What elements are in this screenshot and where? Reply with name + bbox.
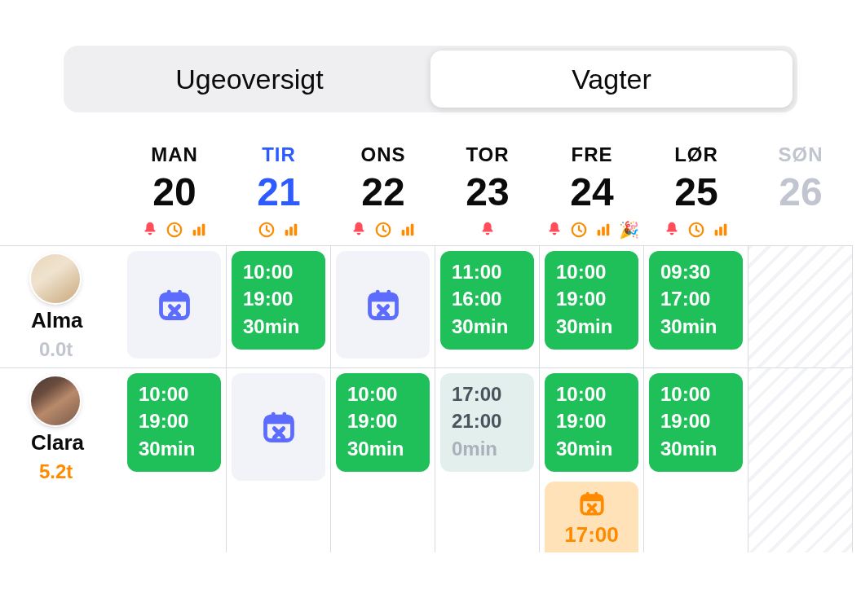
shift-start: 11:00 xyxy=(452,259,523,285)
grid-cell[interactable]: 09:3017:0030min xyxy=(644,245,748,367)
employee-cell[interactable]: Alma0.0t xyxy=(0,245,122,367)
day-header[interactable]: TIR21 xyxy=(227,137,331,245)
shift-start: 09:30 xyxy=(660,259,731,285)
timeoff-card[interactable]: 17:00 xyxy=(545,482,638,552)
employee-name: Alma xyxy=(31,308,83,333)
shift-duration: 30min xyxy=(556,314,627,340)
shift-end: 19:00 xyxy=(139,408,210,434)
grid-cell[interactable]: 10:0019:0030min xyxy=(540,245,644,367)
shift-end: 17:00 xyxy=(660,286,731,312)
day-icons xyxy=(644,219,748,240)
shift-end: 19:00 xyxy=(660,408,731,434)
calendar-x-icon xyxy=(578,490,606,517)
shift-card[interactable]: 10:0019:0030min xyxy=(545,251,638,350)
calendar-x-icon xyxy=(157,287,192,323)
grid-cell[interactable]: 11:0016:0030min xyxy=(435,245,540,367)
shift-duration: 30min xyxy=(452,314,523,340)
day-abbr: FRE xyxy=(540,143,644,166)
bell-icon xyxy=(350,221,368,239)
shift-end: 19:00 xyxy=(243,286,314,312)
add-shift-placeholder[interactable] xyxy=(127,251,221,359)
shift-card[interactable]: 11:0016:0030min xyxy=(440,251,534,350)
shift-card[interactable]: 10:0019:0030min xyxy=(336,373,430,472)
shift-card[interactable]: 10:0019:0030min xyxy=(127,373,221,472)
bell-icon xyxy=(663,221,681,239)
day-number: 26 xyxy=(748,169,853,214)
shift-duration: 30min xyxy=(243,314,314,340)
shift-start: 10:00 xyxy=(556,259,627,285)
day-header[interactable]: MAN20 xyxy=(122,137,227,245)
grid-cell[interactable]: 10:0019:0030min xyxy=(227,245,331,367)
day-header[interactable]: ONS22 xyxy=(331,137,435,245)
calendar-x-icon xyxy=(365,287,401,323)
bars-icon xyxy=(190,221,208,239)
avatar[interactable] xyxy=(31,254,80,303)
day-abbr: TOR xyxy=(435,143,540,166)
clock-icon xyxy=(258,221,276,239)
shift-card[interactable]: 10:0019:0030min xyxy=(232,251,325,350)
day-header[interactable]: TOR23 xyxy=(435,137,540,245)
shift-duration: 30min xyxy=(139,436,210,462)
shift-duration: 30min xyxy=(660,436,731,462)
bell-icon xyxy=(545,221,563,239)
add-shift-placeholder[interactable] xyxy=(232,373,325,481)
shift-duration: 0min xyxy=(452,436,523,462)
shift-end: 16:00 xyxy=(452,286,523,312)
shift-end: 19:00 xyxy=(556,286,627,312)
employee-name: Clara xyxy=(31,430,84,455)
tab-shifts[interactable]: Vagter xyxy=(430,51,793,108)
shift-duration: 30min xyxy=(660,314,731,340)
day-icons xyxy=(122,219,227,240)
day-icons: 🎉 xyxy=(540,219,644,240)
employee-cell[interactable]: Clara5.2t xyxy=(0,367,122,552)
schedule-grid: MAN20TIR21ONS22TOR23FRE24🎉LØR25SØN26Alma… xyxy=(0,137,861,552)
shift-duration: 30min xyxy=(347,436,418,462)
bars-icon xyxy=(399,221,417,239)
day-icons xyxy=(227,219,331,240)
day-abbr: TIR xyxy=(227,143,331,166)
header-spacer xyxy=(0,137,122,245)
bell-icon xyxy=(479,221,497,239)
bars-icon xyxy=(282,221,300,239)
employee-hours: 5.2t xyxy=(39,460,73,483)
grid-cell[interactable]: 10:0019:0030min xyxy=(331,367,435,552)
add-shift-placeholder[interactable] xyxy=(336,251,430,359)
shift-start: 10:00 xyxy=(660,381,731,407)
shift-card[interactable]: 10:0019:0030min xyxy=(545,373,638,472)
view-tabs: Ugeoversigt Vagter xyxy=(64,46,797,112)
clock-icon xyxy=(374,221,392,239)
grid-cell[interactable]: 10:0019:0030min xyxy=(122,367,227,552)
day-header[interactable]: SØN26 xyxy=(748,137,853,245)
shift-end: 19:00 xyxy=(556,408,627,434)
shift-start: 10:00 xyxy=(556,381,627,407)
day-number: 21 xyxy=(227,169,331,214)
grid-cell[interactable]: 10:0019:0030min17:00 xyxy=(540,367,644,552)
grid-cell[interactable]: 17:0021:000min xyxy=(435,367,540,552)
clock-icon xyxy=(166,221,183,239)
shift-card-available[interactable]: 17:0021:000min xyxy=(440,373,534,472)
clock-icon xyxy=(570,221,588,239)
day-number: 24 xyxy=(540,169,644,214)
shift-start: 17:00 xyxy=(452,381,523,407)
avatar[interactable] xyxy=(31,376,80,425)
grid-cell[interactable]: 10:0019:0030min xyxy=(644,367,748,552)
day-abbr: LØR xyxy=(644,143,748,166)
day-header[interactable]: FRE24🎉 xyxy=(540,137,644,245)
grid-cell[interactable] xyxy=(122,245,227,367)
day-header[interactable]: LØR25 xyxy=(644,137,748,245)
shift-card[interactable]: 09:3017:0030min xyxy=(649,251,743,350)
shift-start: 10:00 xyxy=(243,259,314,285)
grid-cell[interactable] xyxy=(331,245,435,367)
day-abbr: SØN xyxy=(748,143,853,166)
day-icons xyxy=(435,219,540,240)
shift-duration: 30min xyxy=(556,436,627,462)
day-icons xyxy=(748,219,853,240)
timeoff-time: 17:00 xyxy=(556,522,627,548)
day-number: 22 xyxy=(331,169,435,214)
day-icons xyxy=(331,219,435,240)
tab-overview[interactable]: Ugeoversigt xyxy=(68,51,430,108)
grid-cell[interactable] xyxy=(227,367,331,552)
day-number: 25 xyxy=(644,169,748,214)
shift-card[interactable]: 10:0019:0030min xyxy=(649,373,743,472)
bars-icon xyxy=(712,221,730,239)
